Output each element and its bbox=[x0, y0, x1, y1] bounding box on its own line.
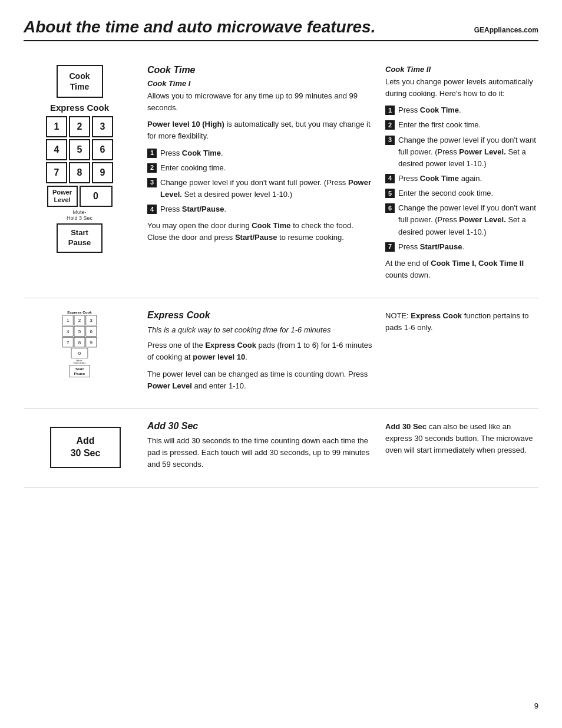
cook-time-left-col: Cook Time Cook Time I Allows you to micr… bbox=[147, 65, 373, 286]
small-key-0: 0 bbox=[71, 348, 88, 358]
express-cook-label: Express Cook bbox=[50, 103, 109, 113]
add30-note-right: Add 30 Sec can also be used like an expr… bbox=[385, 421, 538, 456]
step-3b: 3Change the power level if you don't wan… bbox=[385, 134, 538, 170]
small-key-8: 8 bbox=[74, 337, 85, 347]
key-5: 5 bbox=[69, 139, 90, 160]
cook-time-ii-heading: Cook Time II bbox=[385, 65, 538, 74]
step-num-4a: 4 bbox=[147, 205, 157, 214]
small-mute-label: Mute-Hold 3 Sec bbox=[73, 359, 85, 364]
small-key-7: 7 bbox=[62, 337, 74, 347]
cook-time-heading: Cook Time bbox=[147, 65, 373, 75]
small-bottom-row: 0 bbox=[71, 348, 88, 358]
step-text-4b: Press Cook Time again. bbox=[398, 173, 482, 185]
cook-time-section: CookTime Express Cook 1 2 3 4 5 6 7 8 9 … bbox=[24, 53, 538, 298]
key-9: 9 bbox=[92, 162, 113, 183]
step-num-1a: 1 bbox=[147, 149, 157, 158]
small-key-6: 6 bbox=[86, 326, 97, 336]
add30-button-panel: Add30 Sec bbox=[24, 421, 135, 475]
cook-time-i-steps: 1Press Cook Time. 2Enter cooking time. 3… bbox=[147, 147, 373, 216]
cook-time-button: CookTime bbox=[57, 65, 103, 98]
cook-time-right-col: Cook Time II Lets you change power level… bbox=[385, 65, 538, 286]
cook-time-ii-intro: Lets you change power levels automatical… bbox=[385, 76, 538, 100]
cook-time-i-para2: Power level 10 (High) is automatically s… bbox=[147, 118, 373, 142]
key-0: 0 bbox=[80, 186, 113, 207]
add30-section: Add30 Sec Add 30 Sec This will add 30 se… bbox=[24, 409, 538, 487]
express-cook-left-col: Express Cook This is a quick way to set … bbox=[147, 310, 373, 397]
mute-label: Mute-Hold 3 Sec bbox=[67, 209, 92, 221]
small-key-2: 2 bbox=[74, 315, 85, 325]
small-key-5: 5 bbox=[74, 326, 85, 336]
step-num-3a: 3 bbox=[147, 178, 157, 187]
express-cook-right-col: NOTE: Express Cook function pertains to … bbox=[385, 310, 538, 397]
small-key-1: 1 bbox=[62, 315, 74, 325]
express-cook-para2: The power level can be changed as time i… bbox=[147, 368, 373, 392]
step-num-1b: 1 bbox=[385, 106, 395, 115]
small-key-9: 9 bbox=[86, 337, 97, 347]
bottom-key-row: PowerLevel 0 bbox=[47, 186, 113, 207]
step-text-1b: Press Cook Time. bbox=[398, 104, 461, 116]
step-1a: 1Press Cook Time. bbox=[147, 147, 373, 159]
add30-para1: This will add 30 seconds to the time cou… bbox=[147, 435, 373, 470]
small-start-pause: StartPause bbox=[70, 365, 90, 377]
page-title: About the time and auto microwave featur… bbox=[24, 18, 375, 37]
number-keys: 1 2 3 4 5 6 7 8 9 bbox=[46, 116, 113, 183]
step-7b: 7Press Start/Pause. bbox=[385, 241, 538, 253]
step-1b: 1Press Cook Time. bbox=[385, 104, 538, 116]
cook-time-ii-steps: 1Press Cook Time. 2Enter the first cook … bbox=[385, 104, 538, 253]
start-pause-button: StartPause bbox=[57, 223, 103, 253]
step-text-1a: Press Cook Time. bbox=[160, 147, 223, 159]
page-header: About the time and auto microwave featur… bbox=[24, 18, 538, 41]
step-5b: 5Enter the second cook time. bbox=[385, 187, 538, 199]
express-cook-note-right: NOTE: Express Cook function pertains to … bbox=[385, 310, 538, 334]
step-num-6b: 6 bbox=[385, 203, 395, 213]
step-text-6b: Change the power level if you don't want… bbox=[398, 202, 538, 238]
cook-time-i-heading: Cook Time I bbox=[147, 79, 373, 88]
step-text-2a: Enter cooking time. bbox=[160, 162, 226, 174]
step-4b: 4Press Cook Time again. bbox=[385, 173, 538, 185]
key-8: 8 bbox=[69, 162, 90, 183]
step-num-3b: 3 bbox=[385, 136, 395, 145]
add30-heading: Add 30 Sec bbox=[147, 421, 373, 431]
key-2: 2 bbox=[69, 116, 90, 137]
cook-time-content: Cook Time Cook Time I Allows you to micr… bbox=[147, 65, 538, 286]
step-2b: 2Enter the first cook time. bbox=[385, 119, 538, 131]
express-cook-heading-text: Express Cook bbox=[147, 310, 210, 320]
step-3a: 3Change power level if you don't want fu… bbox=[147, 177, 373, 200]
step-num-4b: 4 bbox=[385, 174, 395, 183]
small-keys: 1 2 3 4 5 6 7 8 9 bbox=[62, 315, 97, 348]
add30-right-col: Add 30 Sec can also be used like an expr… bbox=[385, 421, 538, 475]
step-text-4a: Press Start/Pause. bbox=[160, 203, 226, 215]
step-4a: 4Press Start/Pause. bbox=[147, 203, 373, 215]
key-7: 7 bbox=[46, 162, 67, 183]
website-url: GEAppliances.com bbox=[474, 26, 538, 34]
add30-content: Add 30 Sec This will add 30 seconds to t… bbox=[147, 421, 538, 475]
step-num-2a: 2 bbox=[147, 163, 157, 173]
page-number: 9 bbox=[534, 701, 538, 710]
express-cook-keypad-small: Express Cook 1 2 3 4 5 6 7 8 9 0 Mute-Ho… bbox=[62, 310, 97, 377]
step-text-2b: Enter the first cook time. bbox=[398, 119, 481, 131]
express-cook-small-label: Express Cook bbox=[67, 310, 91, 314]
add30-left-col: Add 30 Sec This will add 30 seconds to t… bbox=[147, 421, 373, 475]
power-level-bold: Power level 10 (High) bbox=[147, 120, 224, 129]
express-cook-heading: Express Cook bbox=[147, 310, 373, 321]
step-num-7b: 7 bbox=[385, 242, 395, 252]
cook-time-heading-text: Cook Time bbox=[147, 65, 196, 75]
cook-time-keypad: CookTime Express Cook 1 2 3 4 5 6 7 8 9 … bbox=[24, 65, 135, 286]
small-key-4: 4 bbox=[62, 326, 74, 336]
key-4: 4 bbox=[46, 139, 67, 160]
express-cook-keypad-panel: Express Cook 1 2 3 4 5 6 7 8 9 0 Mute-Ho… bbox=[24, 310, 135, 397]
key-1: 1 bbox=[46, 116, 67, 137]
step-num-2b: 2 bbox=[385, 120, 395, 130]
cook-time-ii-footer: At the end of Cook Time I, Cook Time II … bbox=[385, 258, 538, 281]
key-3: 3 bbox=[92, 116, 113, 137]
add30-heading-text: Add 30 Sec bbox=[147, 421, 198, 431]
cook-time-i-para1: Allows you to microwave for any time up … bbox=[147, 90, 373, 114]
step-text-7b: Press Start/Pause. bbox=[398, 241, 464, 253]
key-6: 6 bbox=[92, 139, 113, 160]
step-text-5b: Enter the second cook time. bbox=[398, 187, 493, 199]
power-level-key: PowerLevel bbox=[47, 186, 78, 207]
step-text-3b: Change the power level if you don't want… bbox=[398, 134, 538, 170]
small-key-3: 3 bbox=[86, 315, 97, 325]
express-cook-note: This is a quick way to set cooking time … bbox=[147, 324, 373, 336]
add30-button: Add30 Sec bbox=[50, 427, 121, 468]
